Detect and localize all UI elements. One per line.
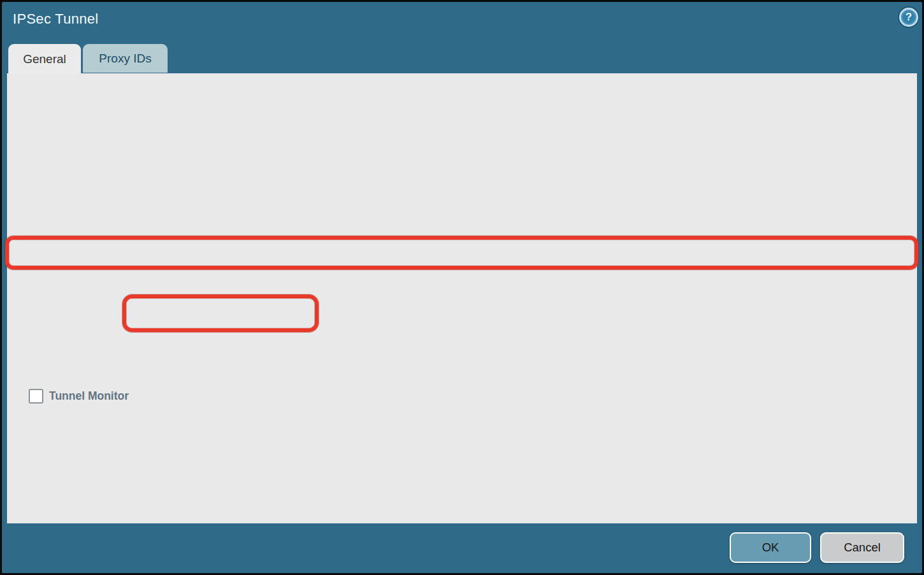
title-bar: IPSec Tunnel ?	[2, 2, 922, 44]
ok-button[interactable]: OK	[730, 532, 811, 563]
help-icon[interactable]: ?	[899, 8, 918, 27]
general-tab-panel	[7, 73, 917, 523]
cancel-button[interactable]: Cancel	[820, 532, 904, 563]
tab-general-label: General	[23, 52, 66, 66]
tab-proxy-ids[interactable]: Proxy IDs	[83, 44, 168, 73]
tunnel-monitor-legend: Tunnel Monitor	[25, 387, 136, 405]
tab-proxy-ids-label: Proxy IDs	[99, 52, 151, 66]
tunnel-monitor-checkbox[interactable]	[29, 389, 43, 404]
dialog-title: IPSec Tunnel	[13, 11, 98, 27]
ipsec-tunnel-dialog: IPSec Tunnel ? General Proxy IDs Name Tu…	[0, 0, 924, 575]
tab-general[interactable]: General	[8, 44, 81, 74]
tunnel-monitor-label: Tunnel Monitor	[49, 389, 129, 403]
